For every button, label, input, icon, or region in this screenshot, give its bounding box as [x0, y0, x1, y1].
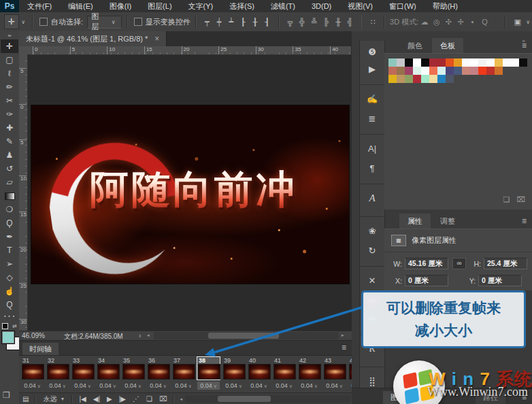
- tab-swatches[interactable]: 色板: [432, 38, 463, 53]
- horizontal-scroll-thumb[interactable]: [208, 333, 279, 339]
- brush-tool[interactable]: ✎: [1, 135, 18, 148]
- timeline-frame[interactable]: 33 0.04∨: [71, 357, 94, 394]
- history-brush-tool[interactable]: ↺: [1, 162, 18, 175]
- document-tab[interactable]: 未标题-1 @ 46.1% (图层 1, RGB/8) * ×: [19, 31, 167, 46]
- align-right-icon[interactable]: ┨: [261, 18, 273, 27]
- shape-tool[interactable]: ◇: [1, 271, 18, 284]
- delete-swatch-icon[interactable]: ⌧: [516, 195, 525, 204]
- color-swatch[interactable]: [511, 58, 519, 67]
- timeline-tab[interactable]: 时间轴: [22, 343, 59, 355]
- workspace-icon[interactable]: ▣: [511, 18, 524, 27]
- color-swatch[interactable]: [437, 58, 446, 67]
- loop-dropdown[interactable]: 永远 ▼: [39, 394, 69, 404]
- menu-item[interactable]: 选择(S): [221, 1, 263, 12]
- color-swatch[interactable]: [429, 58, 437, 67]
- menu-item[interactable]: 图层(L): [139, 1, 180, 12]
- frame-duration[interactable]: 0.04∨: [71, 382, 94, 390]
- path-selection-tool[interactable]: ➢: [1, 257, 18, 271]
- frame-duration[interactable]: 0.04∨: [323, 382, 346, 390]
- eyedropper-tool[interactable]: ✑: [1, 107, 18, 121]
- timeline-frame[interactable]: 37 0.04∨: [172, 357, 195, 394]
- tool-presets-panel-icon[interactable]: ✍: [360, 84, 384, 107]
- auto-select-dropdown[interactable]: 图层 ∨: [87, 16, 122, 29]
- eraser-tool[interactable]: ▱: [1, 175, 18, 189]
- frame-duration[interactable]: 0.04∨: [122, 382, 144, 390]
- color-swatch[interactable]: [429, 67, 437, 75]
- dodge-tool[interactable]: Ϙ: [1, 216, 18, 230]
- timeline-menu-icon[interactable]: ≡: [342, 343, 346, 352]
- previous-frame-button[interactable]: ◀|: [90, 395, 103, 403]
- menu-item[interactable]: 文件(F): [19, 1, 60, 12]
- align-vertical-center-icon[interactable]: ┿: [213, 18, 225, 27]
- frame-duration[interactable]: 0.04∨: [147, 382, 169, 390]
- menu-item[interactable]: 窗口(W): [381, 1, 425, 12]
- timeline-frame[interactable]: 41 0.04∨: [273, 357, 295, 394]
- color-swatch[interactable]: [405, 58, 413, 67]
- color-swatch[interactable]: [421, 67, 429, 75]
- color-swatch[interactable]: [478, 58, 486, 67]
- timeline-frame[interactable]: 34 0.04∨: [97, 357, 119, 394]
- 3d-slide-icon[interactable]: ✢: [454, 18, 467, 27]
- color-swatch[interactable]: [437, 67, 446, 75]
- quick-selection-tool[interactable]: ✏: [1, 80, 18, 94]
- workspace-caret-icon[interactable]: ∨: [526, 19, 530, 25]
- refresh-panel-icon[interactable]: ↻: [360, 245, 384, 256]
- swatches-menu-icon[interactable]: ≡: [522, 41, 527, 50]
- color-swatch[interactable]: [397, 67, 405, 75]
- color-swatch[interactable]: [421, 58, 429, 67]
- menu-item[interactable]: 图像(I): [101, 1, 139, 12]
- color-swatch[interactable]: [413, 67, 421, 75]
- color-swatch[interactable]: [495, 58, 503, 67]
- color-swatch[interactable]: [462, 58, 470, 67]
- width-field[interactable]: 45.16 厘米: [405, 258, 448, 269]
- frame-duration[interactable]: 0.04∨: [298, 382, 320, 390]
- color-swatch[interactable]: [429, 75, 437, 83]
- frame-duration[interactable]: 0.04∨: [222, 382, 245, 390]
- properties-menu-icon[interactable]: ≡: [522, 216, 527, 226]
- new-swatch-icon[interactable]: ❏: [503, 195, 510, 204]
- 3d-pan-icon[interactable]: ✣: [443, 18, 455, 27]
- scroll-right-icon[interactable]: ▸: [342, 333, 344, 338]
- distribute-top-icon[interactable]: ╦: [284, 18, 297, 26]
- blur-tool[interactable]: ❍: [1, 203, 18, 216]
- timeline-frame[interactable]: 31 0.04∨: [21, 357, 44, 394]
- color-swatch[interactable]: [397, 75, 405, 83]
- more-tools-icon[interactable]: • • •: [4, 314, 15, 318]
- color-swatch[interactable]: [503, 58, 511, 67]
- color-swatch[interactable]: [388, 58, 397, 67]
- frame-duration[interactable]: 0.04∨: [197, 382, 220, 390]
- distribute-horizontal-center-icon[interactable]: ╫: [332, 18, 344, 26]
- timeline-frame[interactable]: 39 0.04∨: [222, 357, 245, 394]
- collapse-tools-icon[interactable]: ▸▸: [8, 32, 11, 39]
- frame-duration[interactable]: 0.04∨: [97, 382, 119, 390]
- height-field[interactable]: 25.4 厘米: [484, 258, 527, 269]
- menu-item[interactable]: 视图(V): [339, 1, 381, 12]
- color-swatch[interactable]: [486, 58, 495, 67]
- distribute-left-icon[interactable]: ╠: [320, 18, 333, 26]
- color-swatch[interactable]: [454, 58, 462, 67]
- timeline-scroll-left-icon[interactable]: ◂: [177, 397, 185, 402]
- play-button[interactable]: ▶: [103, 395, 116, 403]
- distribute-bottom-icon[interactable]: ╩: [308, 18, 320, 26]
- kuler-panel-icon[interactable]: ❀: [360, 216, 384, 239]
- 3d-scale-icon[interactable]: ▪: [467, 18, 479, 26]
- distribute-vertical-center-icon[interactable]: ╬: [296, 18, 308, 26]
- first-frame-button[interactable]: |◀: [76, 395, 89, 403]
- timeline-frame[interactable]: 36 0.04∨: [147, 357, 169, 394]
- align-horizontal-center-icon[interactable]: ╂: [249, 18, 261, 27]
- timeline-scrollbar[interactable]: [185, 395, 350, 403]
- color-swatch[interactable]: [421, 75, 429, 83]
- tab-properties[interactable]: 属性: [399, 214, 431, 229]
- x-field[interactable]: 0 厘米: [405, 275, 448, 286]
- frame-duration[interactable]: 0.04∨: [273, 382, 295, 390]
- lasso-tool[interactable]: ℓ: [1, 67, 18, 80]
- timeline-frame[interactable]: 42 0.04∨: [298, 357, 320, 394]
- color-swatch[interactable]: [413, 75, 421, 83]
- timeline-frame[interactable]: 38 0.04∨: [197, 357, 220, 394]
- frame-duration[interactable]: 0.04∨: [172, 382, 195, 390]
- tab-color[interactable]: 颜色: [399, 38, 431, 53]
- gradient-tool[interactable]: [1, 189, 18, 203]
- status-popup-icon[interactable]: ›: [139, 332, 141, 339]
- swap-colors-icon[interactable]: ⇄: [12, 323, 17, 329]
- menu-item[interactable]: 文字(Y): [180, 1, 222, 12]
